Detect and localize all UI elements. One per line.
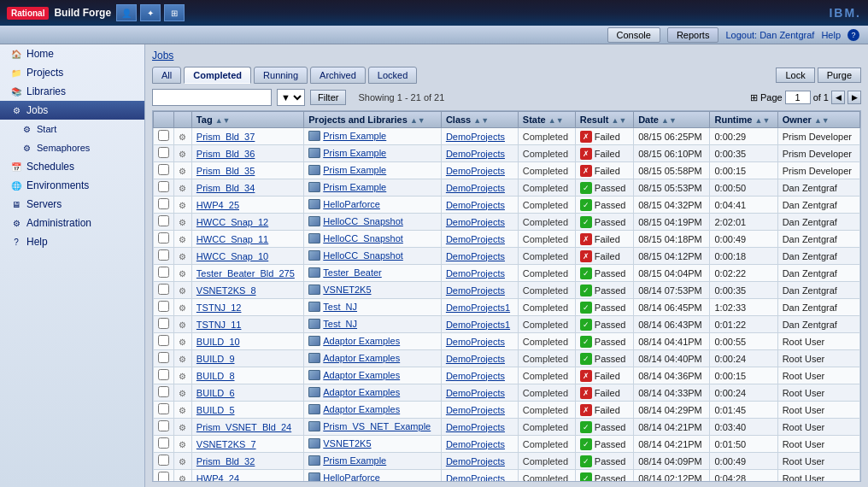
row-checkbox[interactable] (158, 369, 169, 380)
row-tag-link[interactable]: BUILD_6 (196, 388, 235, 398)
row-gear-icon[interactable]: ⚙ (179, 474, 186, 483)
row-gear-icon[interactable]: ⚙ (179, 184, 186, 193)
row-project-link[interactable]: Tester_Beater (323, 267, 381, 278)
row-project-link[interactable]: Prism Example (323, 148, 386, 158)
row-checkbox[interactable] (158, 335, 169, 346)
page-next-button[interactable]: ▶ (847, 91, 861, 104)
sidebar-item-administration[interactable]: ⚙ Administration (0, 214, 144, 232)
row-gear-icon[interactable]: ⚙ (179, 150, 186, 159)
row-tag-link[interactable]: HWCC_Snap_10 (196, 251, 268, 261)
row-gear-icon[interactable]: ⚙ (179, 372, 186, 381)
row-class-link[interactable]: DemoProjects (446, 388, 505, 398)
tab-completed[interactable]: Completed (184, 67, 251, 84)
row-tag-link[interactable]: BUILD_9 (196, 354, 235, 364)
row-project-link[interactable]: Adaptor Examples (323, 404, 400, 414)
help-link[interactable]: Help (821, 30, 841, 40)
sidebar-item-servers[interactable]: 🖥 Servers (0, 195, 144, 214)
row-gear-icon[interactable]: ⚙ (179, 423, 186, 432)
row-class-link[interactable]: DemoProjects (446, 456, 505, 466)
row-gear-icon[interactable]: ⚙ (179, 269, 186, 279)
row-tag-link[interactable]: Prism_Bld_37 (196, 132, 255, 142)
row-class-link[interactable]: DemoProjects (446, 200, 505, 210)
tools-icon[interactable]: ✦ (140, 4, 161, 21)
sidebar-item-libraries[interactable]: 📚 Libraries (0, 82, 144, 101)
row-tag-link[interactable]: Tester_Beater_Bld_275 (196, 268, 295, 279)
row-tag-link[interactable]: BUILD_8 (196, 371, 235, 381)
row-checkbox[interactable] (158, 318, 169, 329)
row-gear-icon[interactable]: ⚙ (179, 132, 186, 142)
row-checkbox[interactable] (158, 455, 169, 466)
row-class-link[interactable]: DemoProjects (446, 337, 505, 347)
reports-button[interactable]: Reports (667, 27, 719, 43)
row-checkbox[interactable] (158, 267, 169, 278)
row-checkbox[interactable] (158, 437, 169, 449)
row-tag-link[interactable]: Prism_Bld_35 (196, 166, 255, 176)
row-class-link[interactable]: DemoProjects1 (446, 320, 510, 330)
row-project-link[interactable]: Prism_VS_NET_Example (323, 421, 431, 431)
row-class-link[interactable]: DemoProjects (446, 285, 505, 296)
row-gear-icon[interactable]: ⚙ (179, 337, 186, 347)
person-icon[interactable]: 👤 (116, 4, 137, 21)
row-class-link[interactable]: DemoProjects (446, 371, 505, 381)
row-project-link[interactable]: VSNET2K5 (323, 285, 371, 295)
row-project-link[interactable]: Prism Example (323, 455, 386, 466)
tab-all[interactable]: All (152, 67, 181, 84)
col-tag[interactable]: Tag ▲▼ (191, 112, 303, 128)
row-class-link[interactable]: DemoProjects (446, 251, 505, 261)
row-gear-icon[interactable]: ⚙ (179, 286, 186, 296)
row-gear-icon[interactable]: ⚙ (179, 235, 186, 244)
row-checkbox[interactable] (158, 232, 169, 244)
sidebar-item-schedules[interactable]: 📅 Schedules (0, 157, 144, 176)
sidebar-item-start[interactable]: ⚙ Start (0, 120, 144, 138)
row-gear-icon[interactable]: ⚙ (179, 218, 186, 227)
row-project-link[interactable]: Prism Example (323, 165, 386, 175)
row-project-link[interactable]: Test_NJ (323, 319, 357, 329)
tab-running[interactable]: Running (254, 67, 308, 84)
row-checkbox[interactable] (158, 130, 169, 141)
row-tag-link[interactable]: Prism_VSNET_Bld_24 (196, 422, 291, 432)
row-checkbox[interactable] (158, 147, 169, 158)
sidebar-item-help[interactable]: ? Help (0, 232, 144, 251)
col-runtime[interactable]: Runtime ▲▼ (710, 112, 777, 128)
sidebar-item-semaphores[interactable]: ⚙ Semaphores (0, 138, 144, 157)
row-tag-link[interactable]: VSNET2KS_8 (196, 285, 256, 296)
row-tag-link[interactable]: HWP4_24 (196, 473, 239, 483)
row-gear-icon[interactable]: ⚙ (179, 252, 186, 261)
col-result[interactable]: Result ▲▼ (575, 112, 633, 128)
row-gear-icon[interactable]: ⚙ (179, 389, 186, 398)
help-icon[interactable]: ? (847, 29, 859, 41)
purge-button[interactable]: Purge (818, 67, 861, 83)
row-class-link[interactable]: DemoProjects1 (446, 302, 510, 313)
col-date[interactable]: Date ▲▼ (634, 112, 710, 128)
row-checkbox[interactable] (158, 386, 169, 397)
row-tag-link[interactable]: TSTNJ_11 (196, 320, 242, 330)
row-gear-icon[interactable]: ⚙ (179, 457, 186, 466)
row-project-link[interactable]: Test_NJ (323, 302, 357, 312)
row-gear-icon[interactable]: ⚙ (179, 440, 186, 449)
row-tag-link[interactable]: BUILD_5 (196, 405, 235, 415)
row-gear-icon[interactable]: ⚙ (179, 406, 186, 415)
console-button[interactable]: Console (607, 27, 660, 43)
row-project-link[interactable]: Prism Example (323, 182, 386, 192)
row-tag-link[interactable]: Prism_Bld_36 (196, 149, 255, 159)
logout-link[interactable]: Logout: Dan Zentgraf (725, 30, 814, 40)
filter-button[interactable]: Filter (310, 90, 346, 105)
breadcrumb-link[interactable]: Jobs (152, 50, 173, 62)
sidebar-item-environments[interactable]: 🌐 Environments (0, 176, 144, 195)
col-state[interactable]: State ▲▼ (518, 112, 575, 128)
row-gear-icon[interactable]: ⚙ (179, 303, 186, 313)
row-project-link[interactable]: HelloParforce (323, 199, 380, 209)
row-class-link[interactable]: DemoProjects (446, 132, 505, 142)
row-project-link[interactable]: VSNET2K5 (323, 438, 371, 449)
tab-archived[interactable]: Archived (310, 67, 366, 84)
sidebar-item-home[interactable]: 🏠 Home (0, 44, 144, 63)
row-project-link[interactable]: Adaptor Examples (323, 387, 400, 397)
row-project-link[interactable]: Adaptor Examples (323, 353, 400, 363)
row-checkbox[interactable] (158, 198, 169, 209)
row-class-link[interactable]: DemoProjects (446, 183, 505, 193)
row-class-link[interactable]: DemoProjects (446, 268, 505, 279)
sidebar-item-projects[interactable]: 📁 Projects (0, 63, 144, 82)
row-checkbox[interactable] (158, 472, 169, 482)
page-prev-button[interactable]: ◀ (831, 91, 845, 104)
row-project-link[interactable]: Adaptor Examples (323, 370, 400, 380)
